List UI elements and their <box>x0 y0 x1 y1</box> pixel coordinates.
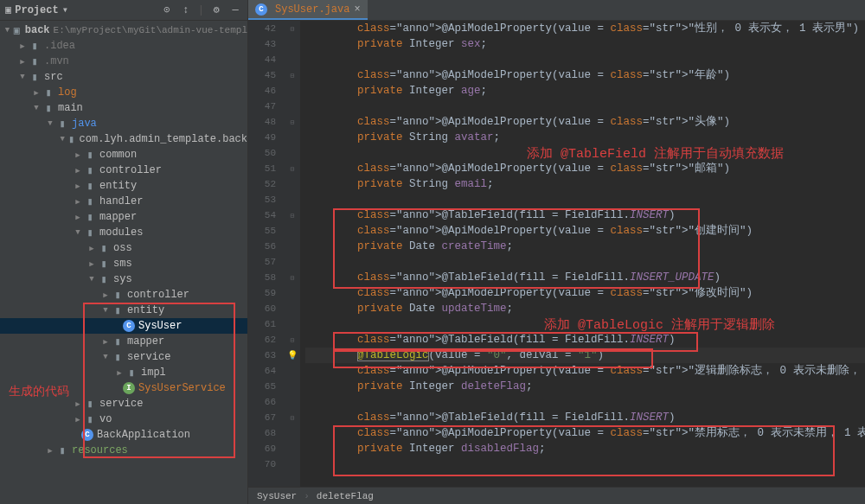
tree-item-vo[interactable]: ▶ ▮ vo <box>0 411 247 427</box>
code-line[interactable]: class="anno">@ApiModelProperty(value = c… <box>305 285 865 301</box>
scroll-to-source-icon[interactable]: ⊙ <box>160 3 174 17</box>
expand-arrow-icon[interactable]: ▶ <box>100 336 111 347</box>
expand-arrow-icon[interactable]: ▶ <box>17 56 28 67</box>
code-line[interactable]: class="anno">@ApiModelProperty(value = c… <box>305 223 865 239</box>
tree-item-service2[interactable]: ▶ ▮ service <box>0 396 247 411</box>
tree-item-log[interactable]: ▶ ▮ log <box>0 85 247 100</box>
expand-arrow-icon[interactable]: ▼ <box>100 305 111 316</box>
tree-item-oss[interactable]: ▶ ▮ oss <box>0 240 247 256</box>
code-line[interactable] <box>305 394 865 410</box>
code-line[interactable]: private Integer deleteFlag; <box>305 379 865 394</box>
code-line[interactable]: class="anno">@TableField(fill = FieldFil… <box>305 332 865 348</box>
expand-arrow-icon[interactable]: ▶ <box>73 414 83 424</box>
expand-arrow-icon[interactable]: ▶ <box>73 212 83 222</box>
code-line[interactable]: class="anno">@ApiModelProperty(value = c… <box>305 67 865 83</box>
code-line[interactable] <box>305 192 865 207</box>
code-editor[interactable]: 4243444546474849505152535455565758596061… <box>248 21 865 487</box>
code-line[interactable]: class="anno">@ApiModelProperty(value = c… <box>305 21 865 36</box>
gutter-icon[interactable]: ⊟ <box>285 332 300 348</box>
gutter-icon[interactable] <box>285 456 300 472</box>
expand-arrow-icon[interactable]: ▶ <box>86 258 97 269</box>
code-content[interactable]: class="anno">@ApiModelProperty(value = c… <box>300 21 865 487</box>
tree-item-src[interactable]: ▼ ▮ src <box>0 69 247 85</box>
expand-arrow-icon[interactable]: ▼ <box>31 103 42 113</box>
expand-arrow-icon[interactable]: ▶ <box>45 445 55 456</box>
tree-item-sys-entity[interactable]: ▼ ▮ entity <box>0 303 247 318</box>
tree-item-handler[interactable]: ▶ ▮ handler <box>0 194 247 209</box>
code-line[interactable] <box>305 316 865 332</box>
minimize-icon[interactable]: — <box>228 3 242 17</box>
gutter-icon[interactable] <box>285 145 300 161</box>
tree-item-sysuser[interactable]: C SysUser <box>0 318 247 334</box>
tree-item-mapper[interactable]: ▶ ▮ mapper <box>0 209 247 225</box>
code-line[interactable]: class="anno">@ApiModelProperty(value = c… <box>305 114 865 130</box>
code-line[interactable]: private String avatar; <box>305 130 865 145</box>
expand-arrow-icon[interactable]: ▼ <box>3 25 11 35</box>
gutter-icon[interactable] <box>285 223 300 239</box>
code-line[interactable]: private String email; <box>305 176 865 192</box>
code-line[interactable]: class="anno">@ApiModelProperty(value = c… <box>305 363 865 379</box>
expand-arrow-icon[interactable]: ▶ <box>73 181 83 191</box>
tab-sysuser[interactable]: C SysUser.java × <box>248 0 368 20</box>
gutter-icon[interactable] <box>285 239 300 254</box>
gutter-icon[interactable]: ⊟ <box>285 114 300 130</box>
expand-arrow-icon[interactable]: ▶ <box>86 243 97 253</box>
code-line[interactable]: private Integer age; <box>305 83 865 99</box>
expand-arrow-icon[interactable]: ▼ <box>100 352 111 362</box>
gutter-icon[interactable]: ⊟ <box>285 410 300 425</box>
code-line[interactable] <box>305 145 865 161</box>
gutter-icon[interactable] <box>285 130 300 145</box>
gutter-icon[interactable] <box>285 363 300 379</box>
expand-arrow-icon[interactable]: ▶ <box>73 399 83 409</box>
expand-arrow-icon[interactable]: ▶ <box>73 150 83 160</box>
gutter-icon[interactable]: ⊟ <box>285 67 300 83</box>
tree-item-resources[interactable]: ▶ ▮ resources <box>0 443 247 458</box>
gutter-icon[interactable] <box>285 394 300 410</box>
expand-arrow-icon[interactable]: ▼ <box>86 274 97 284</box>
dropdown-icon[interactable]: ▾ <box>62 3 68 16</box>
gutter-icon[interactable] <box>285 52 300 67</box>
gutter-icon[interactable] <box>285 254 300 270</box>
tree-item-idea[interactable]: ▶ ▮ .idea <box>0 38 247 54</box>
gutter-icon[interactable] <box>285 301 300 316</box>
tree-item-sys[interactable]: ▼ ▮ sys <box>0 271 247 287</box>
expand-arrow-icon[interactable]: ▼ <box>59 134 67 144</box>
expand-all-icon[interactable]: ↕ <box>179 3 193 17</box>
expand-arrow-icon[interactable]: ▶ <box>73 165 83 175</box>
tree-item-sys-controller[interactable]: ▶ ▮ controller <box>0 287 247 303</box>
code-line[interactable] <box>305 99 865 114</box>
breadcrumb-class[interactable]: SysUser <box>257 491 297 501</box>
code-line[interactable]: private Integer sex; <box>305 36 865 52</box>
code-line[interactable]: @TableLogic(value = "0", delval = "1") <box>305 348 865 363</box>
code-line[interactable] <box>305 52 865 67</box>
code-line[interactable]: private Date createTime; <box>305 239 865 254</box>
code-line[interactable]: private Date updateTime; <box>305 301 865 316</box>
gutter-icon[interactable] <box>285 441 300 456</box>
breadcrumbs[interactable]: SysUser › deleteFlag <box>248 487 865 504</box>
tree-item-common[interactable]: ▶ ▮ common <box>0 147 247 163</box>
breadcrumb-field[interactable]: deleteFlag <box>317 491 374 501</box>
sidebar-title-group[interactable]: ▣ Project ▾ <box>5 3 157 16</box>
tree-item-entity[interactable]: ▶ ▮ entity <box>0 178 247 194</box>
gutter-icon[interactable] <box>285 99 300 114</box>
code-line[interactable] <box>305 254 865 270</box>
expand-arrow-icon[interactable]: ▼ <box>17 72 28 82</box>
code-line[interactable]: class="anno">@TableField(fill = FieldFil… <box>305 270 865 285</box>
gutter-icon[interactable] <box>285 425 300 441</box>
gutter-icon[interactable] <box>285 285 300 301</box>
gear-icon[interactable]: ⚙ <box>209 3 223 17</box>
gutter-icon[interactable]: ⊟ <box>285 161 300 176</box>
expand-arrow-icon[interactable]: ▶ <box>100 290 111 300</box>
tree-item-impl[interactable]: ▶ ▮ impl <box>0 365 247 380</box>
code-line[interactable]: class="anno">@TableField(fill = FieldFil… <box>305 207 865 223</box>
tree-item-backapp[interactable]: C BackApplication <box>0 427 247 443</box>
expand-arrow-icon[interactable]: ▶ <box>114 367 125 378</box>
tree-item-sysuserservice[interactable]: I SysUserService <box>0 380 247 396</box>
code-line[interactable]: class="anno">@ApiModelProperty(value = c… <box>305 161 865 176</box>
expand-arrow-icon[interactable]: ▼ <box>73 227 83 238</box>
gutter-icon[interactable]: ⊟ <box>285 270 300 285</box>
gutter-icon[interactable]: 💡 <box>285 348 300 363</box>
expand-arrow-icon[interactable]: ▶ <box>17 41 28 51</box>
tree-item-service[interactable]: ▼ ▮ service <box>0 349 247 365</box>
gutter-icon[interactable] <box>285 316 300 332</box>
